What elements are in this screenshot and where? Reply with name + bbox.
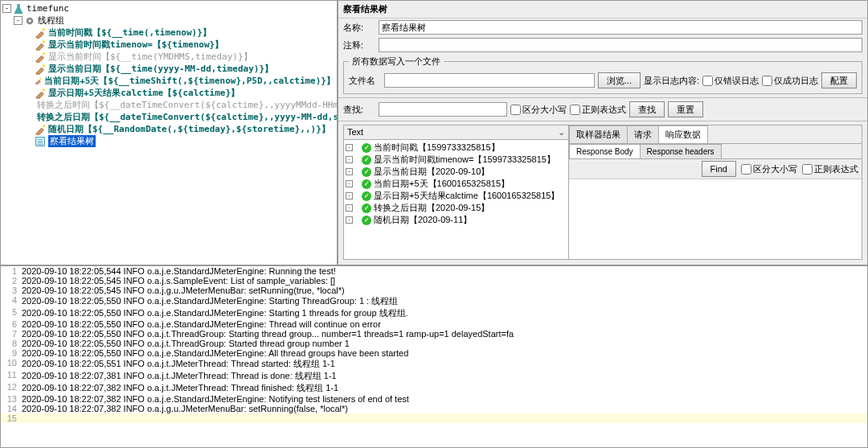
tree-label: 显示当前时间戳timenow=【${timenow}】 xyxy=(48,39,223,51)
name-label: 名称: xyxy=(343,22,375,34)
expand-icon[interactable]: · xyxy=(346,192,353,199)
tree-node-sampler[interactable]: 显示日期+5天结果calctime【${calctime}】 xyxy=(2,87,335,99)
log-line: 52020-09-10 18:22:05,550 INFO o.a.j.e.St… xyxy=(1,307,867,319)
expand-icon[interactable]: · xyxy=(346,156,353,163)
test-plan-tree[interactable]: - timefunc - 线程组 当前时间戳【${__time(,timenow… xyxy=(0,0,338,265)
log-line: 142020-09-10 18:22:07,382 INFO o.a.j.g.u… xyxy=(1,404,867,413)
comment-input[interactable] xyxy=(379,38,862,52)
reset-button[interactable]: 重置 xyxy=(668,101,703,117)
wand-icon xyxy=(35,64,46,75)
results-tree[interactable]: Text ⌄ ·✓当前时间戳【1599733325815】·✓显示当前时间戳ti… xyxy=(344,125,569,259)
expand-icon[interactable]: · xyxy=(346,144,353,151)
tree-label: 当前日期+5天【${__timeShift(,${timenow},P5D,,c… xyxy=(44,75,335,87)
tree-node-sampler[interactable]: 当前日期+5天【${__timeShift(,${timenow},P5D,,c… xyxy=(2,75,335,87)
filename-label: 文件名 xyxy=(349,75,381,87)
log-viewer[interactable]: 12020-09-10 18:22:05,544 INFO o.a.j.e.St… xyxy=(0,265,868,448)
success-icon: ✓ xyxy=(362,167,371,177)
expand-icon[interactable]: · xyxy=(346,216,353,224)
result-detail: 取样器结果请求响应数据 Response BodyResponse header… xyxy=(569,125,862,259)
search-input[interactable] xyxy=(379,102,507,117)
tree-node-sampler[interactable]: 转换之后时间【${__dateTimeConvert(${calctime},,… xyxy=(2,99,335,111)
tree-label: timefunc xyxy=(27,2,69,14)
filename-input[interactable] xyxy=(384,73,595,88)
browse-button[interactable]: 浏览... xyxy=(598,72,641,88)
result-label: 显示当前时间戳timenow=【1599733325815】 xyxy=(374,154,555,166)
tree-node-sampler[interactable]: 转换之后日期【${__dateTimeConvert(${calctime},,… xyxy=(2,111,335,123)
name-input[interactable] xyxy=(379,20,862,35)
log-line: 82020-09-10 18:22:05,550 INFO o.a.j.t.Th… xyxy=(1,339,867,348)
wand-icon xyxy=(35,39,46,51)
find-regex-checkbox[interactable]: 正则表达式 xyxy=(802,163,858,175)
result-item[interactable]: ·✓显示日期+5天结果calctime【1600165325815】 xyxy=(346,190,567,202)
chevron-down-icon[interactable]: ⌄ xyxy=(558,127,565,138)
success-icon: ✓ xyxy=(362,143,371,153)
tree-label: 转换之后时间【${__dateTimeConvert(${calctime},,… xyxy=(37,99,338,111)
svg-point-6 xyxy=(39,77,41,79)
svg-point-3 xyxy=(43,39,46,43)
tree-node-sampler[interactable]: 显示当前时间【${__time(YMDHMS,timeday)}】 xyxy=(2,51,335,63)
expand-icon[interactable]: · xyxy=(346,180,353,187)
wand-icon xyxy=(35,27,46,39)
log-line: 12020-09-10 18:22:05,544 INFO o.a.j.e.St… xyxy=(1,266,867,276)
collapse-icon[interactable]: - xyxy=(14,16,23,25)
result-label: 当前日期+5天【1600165325815】 xyxy=(374,178,510,190)
result-label: 显示当前日期【2020-09-10】 xyxy=(374,166,489,178)
listener-config-panel: 察看结果树 名称: 注释: 所有数据写入一个文件 文件名 浏览... 显示日志内… xyxy=(338,0,868,265)
log-line: 32020-09-10 18:22:05,545 INFO o.a.j.g.u.… xyxy=(1,286,867,295)
tree-node-sampler[interactable]: 当前时间戳【${__time(,timenow)}】 xyxy=(2,27,335,39)
result-item[interactable]: ·✓随机日期【2020-09-11】 xyxy=(346,214,567,226)
tab-2[interactable]: 响应数据 xyxy=(658,125,708,143)
log-line: 42020-09-10 18:22:05,550 INFO o.a.j.e.St… xyxy=(1,295,867,307)
expand-icon[interactable]: · xyxy=(346,204,353,212)
regex-checkbox[interactable]: 正则表达式 xyxy=(570,104,626,116)
tree-node-sampler[interactable]: 随机日期【${__RandomDate(,${timeday},${storet… xyxy=(2,123,335,135)
tab-0[interactable]: 取样器结果 xyxy=(569,125,628,143)
tree-label: 察看结果树 xyxy=(48,135,96,147)
log-line: 132020-09-10 18:22:07,382 INFO o.a.j.e.S… xyxy=(1,394,867,404)
tree-node-sampler[interactable]: 察看结果树 xyxy=(2,135,335,147)
result-item[interactable]: ·✓当前时间戳【1599733325815】 xyxy=(346,142,567,154)
success-icon: ✓ xyxy=(362,203,371,213)
tree-label: 当前时间戳【${__time(,timenow)}】 xyxy=(48,27,211,39)
tree-label: 显示当前时间【${__time(YMDHMS,timeday)}】 xyxy=(48,51,252,63)
log-line: 122020-09-10 18:22:07,382 INFO o.a.j.t.J… xyxy=(1,382,867,394)
tree-label: 线程组 xyxy=(38,14,64,27)
wand-icon xyxy=(35,88,46,99)
svg-rect-12 xyxy=(38,139,43,140)
response-body-area[interactable] xyxy=(569,179,862,259)
search-label: 查找: xyxy=(343,104,375,116)
tree-node-sampler[interactable]: 显示当前时间戳timenow=【${timenow}】 xyxy=(2,39,335,51)
comment-label: 注释: xyxy=(343,39,375,51)
log-line: 22020-09-10 18:22:05,545 INFO o.a.j.s.Sa… xyxy=(1,276,867,286)
result-item[interactable]: ·✓转换之后日期【2020-09-15】 xyxy=(346,202,567,214)
find-case-checkbox[interactable]: 区分大小写 xyxy=(741,163,797,175)
only-error-checkbox[interactable]: 仅错误日志 xyxy=(702,75,759,87)
result-item[interactable]: ·✓显示当前时间戳timenow=【1599733325815】 xyxy=(346,154,567,166)
tree-label: 显示日期+5天结果calctime【${calctime}】 xyxy=(48,87,240,99)
results-column-header[interactable]: Text xyxy=(347,127,363,138)
case-sensitive-checkbox[interactable]: 区分大小写 xyxy=(510,104,567,116)
panel-title: 察看结果树 xyxy=(338,1,867,18)
tree-label: 转换之后日期【${__dateTimeConvert(${calctime},,… xyxy=(37,111,338,123)
result-item[interactable]: ·✓当前日期+5天【1600165325815】 xyxy=(346,178,567,190)
expand-icon[interactable]: · xyxy=(346,168,353,175)
svg-point-1 xyxy=(28,19,31,23)
log-line: 92020-09-10 18:22:05,550 INFO o.a.j.e.St… xyxy=(1,348,867,358)
tab-1[interactable]: 请求 xyxy=(627,125,659,143)
subtab-1[interactable]: Response headers xyxy=(640,144,722,158)
only-success-checkbox[interactable]: 仅成功日志 xyxy=(762,75,818,87)
tree-node-sampler[interactable]: 显示当前日期【${__time(yyyy-MM-dd,timeday)}】 xyxy=(2,63,335,75)
search-button[interactable]: 查找 xyxy=(629,101,665,117)
subtab-0[interactable]: Response Body xyxy=(569,144,641,158)
tree-node-testplan[interactable]: - timefunc xyxy=(2,2,335,14)
log-line: 62020-09-10 18:22:05,550 INFO o.a.j.e.St… xyxy=(1,319,867,329)
result-label: 转换之后日期【2020-09-15】 xyxy=(374,202,489,214)
collapse-icon[interactable]: - xyxy=(2,4,11,13)
wand-icon xyxy=(35,124,46,135)
wand-icon xyxy=(35,51,46,63)
write-results-group: 所有数据写入一个文件 文件名 浏览... 显示日志内容: 仅错误日志 仅成功日志… xyxy=(343,55,862,94)
configure-button[interactable]: 配置 xyxy=(821,72,857,88)
result-item[interactable]: ·✓显示当前日期【2020-09-10】 xyxy=(346,166,567,178)
find-button[interactable]: Find xyxy=(702,161,736,177)
tree-node-threadgroup[interactable]: - 线程组 xyxy=(2,14,335,27)
